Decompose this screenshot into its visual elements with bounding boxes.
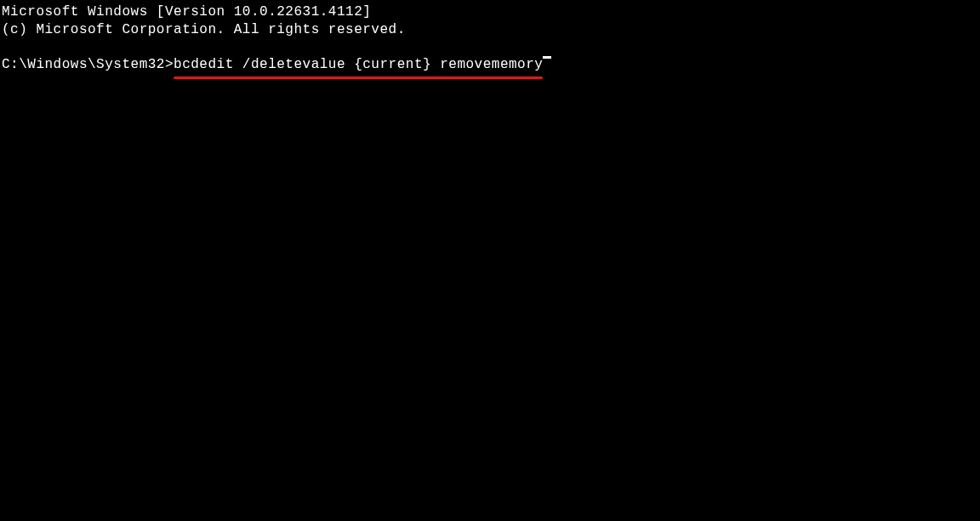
cursor-icon (543, 56, 551, 59)
command-input-wrap[interactable]: bcdedit /deletevalue {current} removemem… (174, 56, 543, 74)
version-line: Microsoft Windows [Version 10.0.22631.41… (2, 3, 978, 21)
blank-line (2, 39, 978, 56)
annotation-underline (174, 76, 543, 79)
copyright-line: (c) Microsoft Corporation. All rights re… (2, 21, 978, 39)
command-prompt-line[interactable]: C:\Windows\System32>bcdedit /deletevalue… (2, 56, 978, 74)
prompt-path: C:\Windows\System32> (2, 56, 174, 74)
command-text: bcdedit /deletevalue {current} removemem… (174, 57, 543, 72)
